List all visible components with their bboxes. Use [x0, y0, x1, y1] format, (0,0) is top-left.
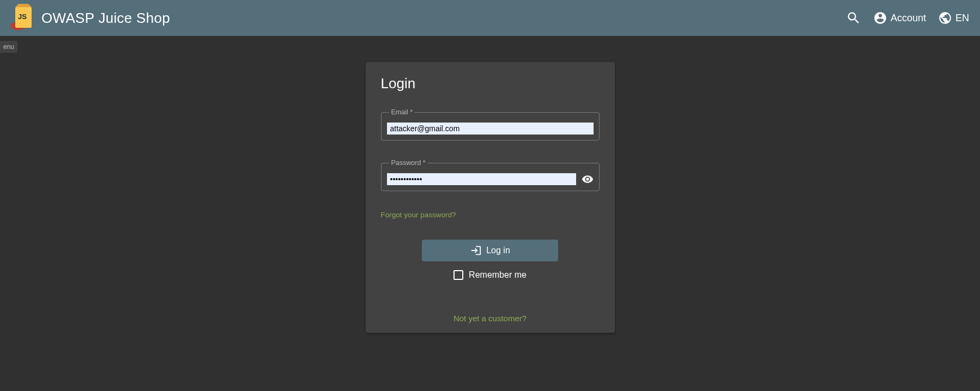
juice-shop-logo[interactable]: JS	[11, 6, 35, 30]
toggle-password-visibility-button[interactable]	[582, 173, 594, 185]
search-icon	[846, 10, 861, 26]
login-icon	[470, 245, 482, 256]
language-button[interactable]: EN	[938, 11, 969, 25]
password-field-wrap: Password *	[381, 159, 600, 191]
remember-me-label: Remember me	[469, 270, 527, 280]
forgot-password-link[interactable]: Forgot your password?	[381, 211, 456, 219]
eye-icon	[582, 173, 594, 185]
password-input[interactable]	[387, 173, 576, 185]
globe-icon	[938, 11, 952, 25]
login-actions: Log in Remember me	[381, 240, 600, 280]
login-button[interactable]: Log in	[422, 240, 558, 261]
account-circle-icon	[873, 11, 887, 25]
register-link[interactable]: Not yet a customer?	[381, 314, 600, 323]
remember-me-checkbox[interactable]	[453, 270, 463, 280]
app-title[interactable]: OWASP Juice Shop	[41, 10, 170, 27]
login-title: Login	[381, 75, 600, 92]
header-right: Account EN	[846, 10, 969, 26]
sidebar-slice[interactable]: enu	[0, 41, 17, 53]
email-field-wrap: Email *	[381, 108, 600, 140]
email-input[interactable]	[387, 123, 594, 135]
app-header: JS OWASP Juice Shop Account EN	[0, 0, 980, 36]
login-card: Login Email * Password *	[366, 62, 615, 333]
header-left: JS OWASP Juice Shop	[11, 6, 170, 30]
account-button[interactable]: Account	[873, 11, 926, 25]
account-label: Account	[891, 13, 926, 24]
password-label: Password *	[389, 159, 428, 167]
login-button-label: Log in	[486, 246, 510, 255]
language-label: EN	[955, 13, 969, 24]
main-content: Login Email * Password *	[0, 36, 980, 333]
search-button[interactable]	[846, 10, 861, 26]
email-label: Email *	[389, 108, 415, 116]
remember-me-row: Remember me	[453, 270, 527, 280]
